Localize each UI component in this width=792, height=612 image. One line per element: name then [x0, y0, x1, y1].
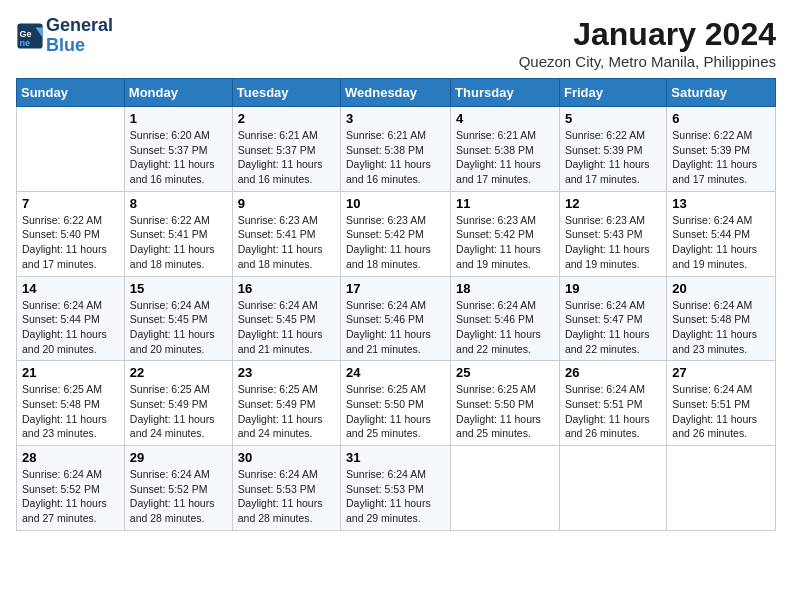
day-number: 27 — [672, 365, 770, 380]
day-info: Sunrise: 6:21 AMSunset: 5:37 PMDaylight:… — [238, 128, 335, 187]
weekday-header-friday: Friday — [559, 79, 666, 107]
day-cell — [559, 446, 666, 531]
logo: Ge ne GeneralBlue — [16, 16, 113, 56]
day-info: Sunrise: 6:22 AMSunset: 5:39 PMDaylight:… — [565, 128, 661, 187]
month-title: January 2024 — [519, 16, 776, 53]
week-row-1: 1 Sunrise: 6:20 AMSunset: 5:37 PMDayligh… — [17, 107, 776, 192]
day-cell: 11 Sunrise: 6:23 AMSunset: 5:42 PMDaylig… — [451, 191, 560, 276]
day-info: Sunrise: 6:24 AMSunset: 5:48 PMDaylight:… — [672, 298, 770, 357]
week-row-5: 28 Sunrise: 6:24 AMSunset: 5:52 PMDaylig… — [17, 446, 776, 531]
day-cell: 14 Sunrise: 6:24 AMSunset: 5:44 PMDaylig… — [17, 276, 125, 361]
day-cell: 4 Sunrise: 6:21 AMSunset: 5:38 PMDayligh… — [451, 107, 560, 192]
logo-text: GeneralBlue — [46, 16, 113, 56]
day-cell: 16 Sunrise: 6:24 AMSunset: 5:45 PMDaylig… — [232, 276, 340, 361]
day-info: Sunrise: 6:23 AMSunset: 5:41 PMDaylight:… — [238, 213, 335, 272]
week-row-3: 14 Sunrise: 6:24 AMSunset: 5:44 PMDaylig… — [17, 276, 776, 361]
day-info: Sunrise: 6:24 AMSunset: 5:46 PMDaylight:… — [346, 298, 445, 357]
day-cell — [17, 107, 125, 192]
day-number: 20 — [672, 281, 770, 296]
day-info: Sunrise: 6:20 AMSunset: 5:37 PMDaylight:… — [130, 128, 227, 187]
day-info: Sunrise: 6:25 AMSunset: 5:50 PMDaylight:… — [456, 382, 554, 441]
day-number: 24 — [346, 365, 445, 380]
day-info: Sunrise: 6:24 AMSunset: 5:51 PMDaylight:… — [672, 382, 770, 441]
day-info: Sunrise: 6:24 AMSunset: 5:53 PMDaylight:… — [238, 467, 335, 526]
day-cell: 24 Sunrise: 6:25 AMSunset: 5:50 PMDaylig… — [341, 361, 451, 446]
day-number: 9 — [238, 196, 335, 211]
day-info: Sunrise: 6:25 AMSunset: 5:50 PMDaylight:… — [346, 382, 445, 441]
day-cell: 7 Sunrise: 6:22 AMSunset: 5:40 PMDayligh… — [17, 191, 125, 276]
day-cell: 25 Sunrise: 6:25 AMSunset: 5:50 PMDaylig… — [451, 361, 560, 446]
day-info: Sunrise: 6:24 AMSunset: 5:52 PMDaylight:… — [22, 467, 119, 526]
weekday-header-saturday: Saturday — [667, 79, 776, 107]
day-number: 28 — [22, 450, 119, 465]
day-number: 8 — [130, 196, 227, 211]
day-number: 22 — [130, 365, 227, 380]
day-number: 7 — [22, 196, 119, 211]
day-number: 23 — [238, 365, 335, 380]
day-number: 30 — [238, 450, 335, 465]
day-info: Sunrise: 6:25 AMSunset: 5:49 PMDaylight:… — [130, 382, 227, 441]
day-cell: 19 Sunrise: 6:24 AMSunset: 5:47 PMDaylig… — [559, 276, 666, 361]
logo-icon: Ge ne — [16, 22, 44, 50]
day-info: Sunrise: 6:22 AMSunset: 5:39 PMDaylight:… — [672, 128, 770, 187]
day-info: Sunrise: 6:22 AMSunset: 5:41 PMDaylight:… — [130, 213, 227, 272]
day-info: Sunrise: 6:23 AMSunset: 5:42 PMDaylight:… — [456, 213, 554, 272]
day-cell — [667, 446, 776, 531]
title-block: January 2024 Quezon City, Metro Manila, … — [519, 16, 776, 70]
day-cell: 6 Sunrise: 6:22 AMSunset: 5:39 PMDayligh… — [667, 107, 776, 192]
day-number: 1 — [130, 111, 227, 126]
day-cell: 23 Sunrise: 6:25 AMSunset: 5:49 PMDaylig… — [232, 361, 340, 446]
day-cell: 15 Sunrise: 6:24 AMSunset: 5:45 PMDaylig… — [124, 276, 232, 361]
day-number: 2 — [238, 111, 335, 126]
svg-text:ne: ne — [20, 38, 31, 48]
day-info: Sunrise: 6:24 AMSunset: 5:44 PMDaylight:… — [672, 213, 770, 272]
day-number: 19 — [565, 281, 661, 296]
day-number: 11 — [456, 196, 554, 211]
day-info: Sunrise: 6:24 AMSunset: 5:53 PMDaylight:… — [346, 467, 445, 526]
week-row-4: 21 Sunrise: 6:25 AMSunset: 5:48 PMDaylig… — [17, 361, 776, 446]
day-cell: 1 Sunrise: 6:20 AMSunset: 5:37 PMDayligh… — [124, 107, 232, 192]
day-info: Sunrise: 6:23 AMSunset: 5:42 PMDaylight:… — [346, 213, 445, 272]
day-number: 15 — [130, 281, 227, 296]
weekday-header-thursday: Thursday — [451, 79, 560, 107]
day-cell: 27 Sunrise: 6:24 AMSunset: 5:51 PMDaylig… — [667, 361, 776, 446]
location-title: Quezon City, Metro Manila, Philippines — [519, 53, 776, 70]
day-number: 13 — [672, 196, 770, 211]
day-info: Sunrise: 6:22 AMSunset: 5:40 PMDaylight:… — [22, 213, 119, 272]
day-cell: 2 Sunrise: 6:21 AMSunset: 5:37 PMDayligh… — [232, 107, 340, 192]
weekday-header-tuesday: Tuesday — [232, 79, 340, 107]
day-cell: 18 Sunrise: 6:24 AMSunset: 5:46 PMDaylig… — [451, 276, 560, 361]
day-cell: 17 Sunrise: 6:24 AMSunset: 5:46 PMDaylig… — [341, 276, 451, 361]
weekday-header-row: SundayMondayTuesdayWednesdayThursdayFrid… — [17, 79, 776, 107]
weekday-header-monday: Monday — [124, 79, 232, 107]
day-info: Sunrise: 6:25 AMSunset: 5:48 PMDaylight:… — [22, 382, 119, 441]
day-cell: 20 Sunrise: 6:24 AMSunset: 5:48 PMDaylig… — [667, 276, 776, 361]
day-number: 26 — [565, 365, 661, 380]
day-number: 5 — [565, 111, 661, 126]
day-cell: 5 Sunrise: 6:22 AMSunset: 5:39 PMDayligh… — [559, 107, 666, 192]
day-cell: 28 Sunrise: 6:24 AMSunset: 5:52 PMDaylig… — [17, 446, 125, 531]
day-number: 31 — [346, 450, 445, 465]
day-cell: 9 Sunrise: 6:23 AMSunset: 5:41 PMDayligh… — [232, 191, 340, 276]
day-number: 21 — [22, 365, 119, 380]
day-info: Sunrise: 6:24 AMSunset: 5:46 PMDaylight:… — [456, 298, 554, 357]
day-cell — [451, 446, 560, 531]
day-cell: 3 Sunrise: 6:21 AMSunset: 5:38 PMDayligh… — [341, 107, 451, 192]
day-cell: 12 Sunrise: 6:23 AMSunset: 5:43 PMDaylig… — [559, 191, 666, 276]
day-number: 14 — [22, 281, 119, 296]
day-info: Sunrise: 6:21 AMSunset: 5:38 PMDaylight:… — [346, 128, 445, 187]
day-cell: 21 Sunrise: 6:25 AMSunset: 5:48 PMDaylig… — [17, 361, 125, 446]
weekday-header-sunday: Sunday — [17, 79, 125, 107]
day-number: 18 — [456, 281, 554, 296]
day-cell: 31 Sunrise: 6:24 AMSunset: 5:53 PMDaylig… — [341, 446, 451, 531]
calendar-table: SundayMondayTuesdayWednesdayThursdayFrid… — [16, 78, 776, 531]
day-cell: 30 Sunrise: 6:24 AMSunset: 5:53 PMDaylig… — [232, 446, 340, 531]
weekday-header-wednesday: Wednesday — [341, 79, 451, 107]
day-number: 16 — [238, 281, 335, 296]
day-info: Sunrise: 6:25 AMSunset: 5:49 PMDaylight:… — [238, 382, 335, 441]
day-cell: 26 Sunrise: 6:24 AMSunset: 5:51 PMDaylig… — [559, 361, 666, 446]
day-info: Sunrise: 6:24 AMSunset: 5:47 PMDaylight:… — [565, 298, 661, 357]
day-cell: 13 Sunrise: 6:24 AMSunset: 5:44 PMDaylig… — [667, 191, 776, 276]
day-number: 6 — [672, 111, 770, 126]
day-cell: 22 Sunrise: 6:25 AMSunset: 5:49 PMDaylig… — [124, 361, 232, 446]
